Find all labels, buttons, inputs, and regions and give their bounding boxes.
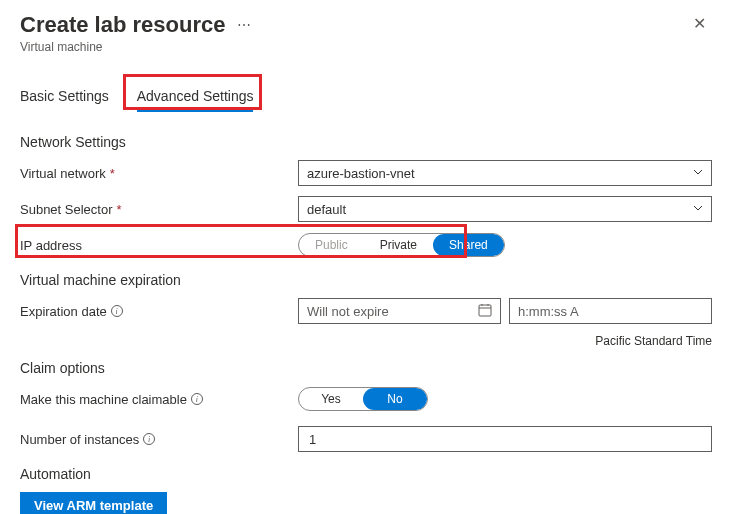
label-expiration-date: Expiration date i: [20, 304, 298, 319]
pane-header: Create lab resource ⋯ Virtual machine ✕: [20, 12, 712, 54]
claimable-yes[interactable]: Yes: [299, 388, 363, 410]
row-claimable: Make this machine claimable i Yes No: [20, 386, 712, 412]
header-text: Create lab resource ⋯ Virtual machine: [20, 12, 254, 54]
virtual-network-value: azure-bastion-vnet: [307, 166, 415, 181]
tab-advanced-settings[interactable]: Advanced Settings: [137, 82, 254, 112]
page-subtitle: Virtual machine: [20, 40, 254, 54]
required-indicator: *: [110, 166, 115, 181]
row-instances: Number of instances i: [20, 426, 712, 452]
label-claimable: Make this machine claimable i: [20, 392, 298, 407]
label-claimable-text: Make this machine claimable: [20, 392, 187, 407]
claimable-no[interactable]: No: [363, 388, 427, 410]
label-subnet-selector: Subnet Selector *: [20, 202, 298, 217]
subnet-value: default: [307, 202, 346, 217]
label-virtual-network-text: Virtual network: [20, 166, 106, 181]
instances-input[interactable]: [298, 426, 712, 452]
page-title: Create lab resource: [20, 12, 225, 38]
required-indicator: *: [117, 202, 122, 217]
subnet-select[interactable]: default: [298, 196, 712, 222]
row-ip-address: IP address Public Private Shared: [20, 232, 712, 258]
ip-option-public: Public: [299, 234, 364, 256]
chevron-down-icon: [693, 203, 703, 215]
calendar-icon: [478, 303, 492, 320]
label-virtual-network: Virtual network *: [20, 166, 298, 181]
info-icon[interactable]: i: [111, 305, 123, 317]
label-instances: Number of instances i: [20, 432, 298, 447]
row-subnet-selector: Subnet Selector * default: [20, 196, 712, 222]
info-icon[interactable]: i: [143, 433, 155, 445]
section-vm-expiration: Virtual machine expiration: [20, 272, 712, 288]
tab-bar: Basic Settings Advanced Settings: [20, 82, 712, 112]
instances-field[interactable]: [307, 431, 703, 448]
ip-option-private[interactable]: Private: [364, 234, 433, 256]
create-lab-resource-pane: Create lab resource ⋯ Virtual machine ✕ …: [0, 0, 732, 514]
section-network-settings: Network Settings: [20, 134, 712, 150]
close-button[interactable]: ✕: [687, 12, 712, 36]
more-actions-button[interactable]: ⋯: [235, 17, 254, 33]
label-subnet-text: Subnet Selector: [20, 202, 113, 217]
label-instances-text: Number of instances: [20, 432, 139, 447]
expiration-placeholder: Will not expire: [307, 304, 389, 319]
label-expiration-date-text: Expiration date: [20, 304, 107, 319]
timezone-label: Pacific Standard Time: [20, 334, 712, 348]
claimable-toggle: Yes No: [298, 387, 428, 411]
label-ip-address: IP address: [20, 238, 298, 253]
time-placeholder: h:mm:ss A: [518, 304, 579, 319]
row-virtual-network: Virtual network * azure-bastion-vnet: [20, 160, 712, 186]
virtual-network-select[interactable]: azure-bastion-vnet: [298, 160, 712, 186]
info-icon[interactable]: i: [191, 393, 203, 405]
section-automation: Automation: [20, 466, 712, 482]
chevron-down-icon: [693, 167, 703, 179]
section-claim-options: Claim options: [20, 360, 712, 376]
view-arm-template-button[interactable]: View ARM template: [20, 492, 167, 514]
svg-rect-0: [479, 305, 491, 316]
ip-option-shared[interactable]: Shared: [433, 234, 504, 256]
tab-basic-settings[interactable]: Basic Settings: [20, 82, 109, 112]
ip-address-toggle: Public Private Shared: [298, 233, 505, 257]
expiration-date-input[interactable]: Will not expire: [298, 298, 501, 324]
expiration-time-input[interactable]: h:mm:ss A: [509, 298, 712, 324]
row-expiration-date: Expiration date i Will not expire h:mm:s…: [20, 298, 712, 324]
